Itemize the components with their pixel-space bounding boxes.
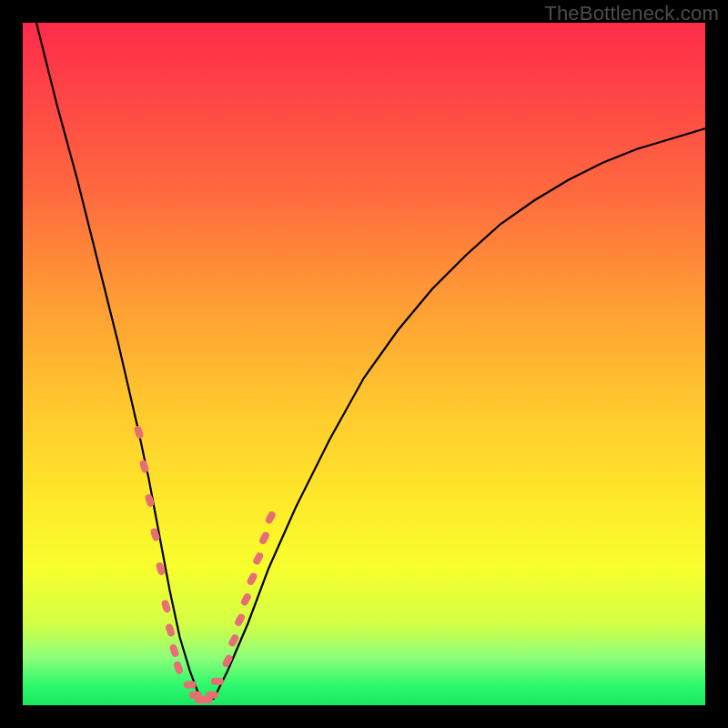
marker-bottom-cluster (184, 682, 197, 689)
marker-right-cluster (264, 511, 277, 525)
bottleneck-curve (36, 23, 705, 702)
marker-bottom-cluster (206, 692, 218, 699)
marker-left-cluster (134, 425, 145, 440)
curve-layer (23, 23, 705, 705)
marker-right-cluster (239, 592, 252, 607)
marker-right-cluster (258, 531, 271, 545)
marker-right-cluster (246, 571, 258, 586)
marker-right-cluster (234, 612, 247, 627)
marker-left-cluster (165, 623, 176, 638)
marker-left-cluster (173, 661, 184, 675)
marker-left-cluster (161, 599, 172, 613)
marker-bottom-cluster (211, 678, 224, 685)
marker-left-cluster (169, 643, 180, 658)
chart-frame: TheBottleneck.com (0, 0, 728, 728)
marker-right-cluster (252, 551, 265, 566)
plot-area (23, 23, 705, 705)
marker-group (134, 425, 278, 703)
